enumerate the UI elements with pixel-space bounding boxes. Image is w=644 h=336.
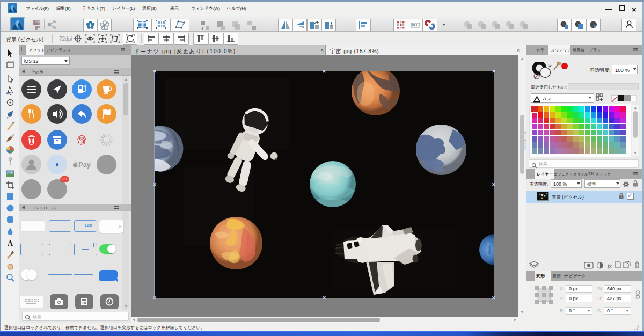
svg-text:A: A	[8, 239, 13, 247]
svg-text:fx: fx	[608, 262, 612, 269]
